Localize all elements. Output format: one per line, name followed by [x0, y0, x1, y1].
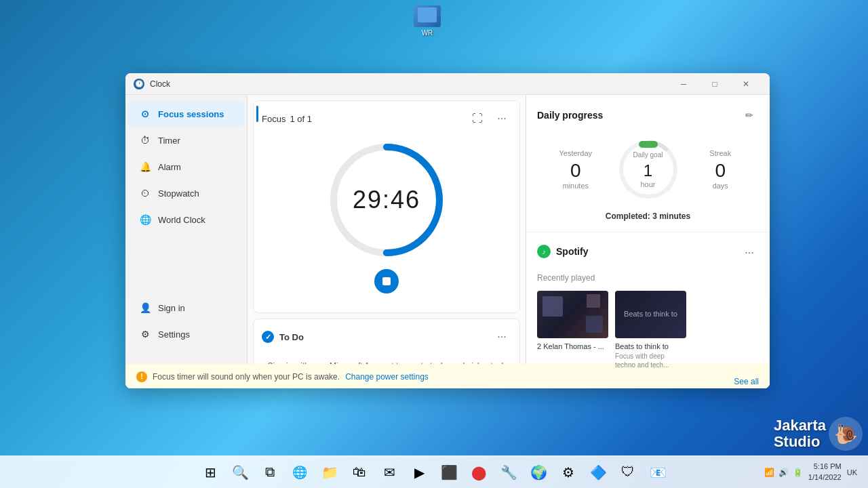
yesterday-unit: minutes: [537, 182, 614, 190]
taskbar-mail[interactable]: ✉: [376, 459, 403, 486]
taskbar-time[interactable]: 5:16 PM 1/14/2022: [808, 462, 842, 483]
spotify-card-1-title: 2 Kelan Thomas - ...: [537, 342, 608, 350]
spotify-cards: 2 Kelan Thomas - ... Beats to think to B…: [537, 291, 759, 369]
window-title: Clock: [150, 79, 668, 89]
sidebar: ⊙ Focus sessions ⏱ Timer 🔔 Alarm ⏲ Stopw…: [125, 95, 248, 388]
spotify-section: ♪ Spotify ··· Recently played: [526, 232, 770, 388]
spotify-title-area: ♪ Spotify: [537, 245, 588, 258]
timer-display: 29:46: [353, 186, 420, 214]
streak-value: 0: [682, 160, 760, 182]
spotify-card-2-title: Beats to think to: [615, 342, 686, 350]
change-power-settings-link[interactable]: Change power settings: [345, 372, 429, 382]
daily-goal-center: Daily goal 1 hour: [633, 151, 663, 188]
taskbar-app5[interactable]: ⚙: [555, 459, 582, 486]
sidebar-item-focus-sessions[interactable]: ⊙ Focus sessions: [128, 101, 244, 127]
taskbar-app1[interactable]: ⬛: [435, 459, 462, 486]
maximize-button[interactable]: □: [699, 73, 730, 95]
taskbar-app7[interactable]: 🛡: [614, 459, 642, 486]
sidebar-label-world-clock: World Clock: [158, 215, 205, 225]
sidebar-label-stopwatch: Stopwatch: [158, 188, 199, 199]
focus-sessions-icon: ⊙: [139, 108, 151, 120]
streak-stat: Streak 0 days: [682, 149, 760, 190]
see-all-link[interactable]: See all: [734, 377, 759, 386]
todo-check-icon: ✓: [262, 331, 274, 343]
taskbar-locale: UK: [847, 468, 857, 476]
more-options-button[interactable]: ···: [492, 109, 511, 128]
desktop-icon[interactable]: WR: [414, 5, 441, 37]
todo-header: ✓ To Do ···: [262, 327, 511, 346]
taskbar-app2[interactable]: ⬤: [465, 459, 492, 486]
focus-label: Focus: [262, 114, 285, 124]
sidebar-label-timer: Timer: [158, 136, 180, 146]
taskbar-app8[interactable]: 📧: [644, 459, 671, 486]
sidebar-item-timer[interactable]: ⏱ Timer: [128, 127, 244, 153]
taskbar: ⊞ 🔍 ⧉ 🌐 📁 🛍 ✉ ▶ ⬛ ⬤ 🔧 🌍 ⚙ 🔷 🛡 📧 📶 🔊 🔋 5:…: [0, 455, 868, 488]
fullscreen-button[interactable]: ⛶: [468, 109, 487, 128]
taskbar-start-button[interactable]: ⊞: [197, 459, 224, 486]
focus-counter: 1 of 1: [290, 114, 312, 124]
streak-label: Streak: [682, 149, 760, 157]
spotify-more-button[interactable]: ···: [740, 243, 759, 262]
taskbar-system-tray: 📶 🔊 🔋: [764, 468, 803, 477]
taskbar-app4[interactable]: 🌍: [525, 459, 552, 486]
sidebar-item-settings[interactable]: ⚙ Settings: [128, 321, 245, 347]
spotify-thumb-1: [537, 291, 608, 338]
sidebar-label-settings: Settings: [158, 329, 190, 340]
spotify-title: Spotify: [556, 246, 588, 257]
volume-icon: 🔊: [778, 468, 789, 477]
taskbar-edge[interactable]: 🌐: [286, 459, 313, 486]
sidebar-item-world-clock[interactable]: 🌐 World Clock: [128, 207, 244, 232]
completed-text: Completed: 3 minutes: [537, 211, 759, 221]
beats-thumb-text: Beats to think to: [624, 310, 677, 319]
focus-panel: Focus 1 of 1 ⛶ ···: [248, 95, 526, 388]
taskbar-search[interactable]: 🔍: [226, 459, 254, 486]
timer-header: Focus 1 of 1 ⛶ ···: [262, 109, 511, 128]
edit-goal-button[interactable]: ✏: [740, 106, 759, 125]
sidebar-item-alarm[interactable]: 🔔 Alarm: [128, 154, 244, 180]
clock-window: 🕐 Clock ─ □ ✕ ⊙ Focus sessions ⏱ Timer: [125, 73, 770, 388]
settings-icon: ⚙: [139, 328, 151, 340]
app-icon: 🕐: [134, 79, 144, 89]
taskbar-explorer[interactable]: 📁: [316, 459, 343, 486]
sidebar-item-stopwatch[interactable]: ⏲ Stopwatch: [128, 180, 244, 206]
clock-circle: 29:46: [326, 139, 448, 261]
timer-icon: ⏱: [139, 134, 151, 146]
taskbar-store[interactable]: 🛍: [346, 459, 373, 486]
taskbar-app3[interactable]: 🔧: [495, 459, 522, 486]
recently-played-label: Recently played: [537, 273, 759, 283]
sidebar-label-alarm: Alarm: [158, 162, 181, 172]
spotify-card-2[interactable]: Beats to think to Beats to think to Focu…: [615, 291, 686, 369]
spotify-thumb-2: Beats to think to: [615, 291, 686, 338]
daily-goal-label: Daily goal: [633, 151, 663, 159]
desktop-icon-image: [414, 5, 441, 27]
todo-more-button[interactable]: ···: [492, 327, 511, 346]
daily-goal-unit: hour: [633, 180, 663, 188]
close-button[interactable]: ✕: [730, 73, 762, 95]
stop-icon: [382, 277, 391, 285]
yesterday-label: Yesterday: [537, 149, 614, 157]
daily-progress-section: Daily progress ✏ Yesterday 0 minutes: [526, 95, 770, 232]
completed-label: Completed:: [606, 211, 650, 221]
jakarta-studio-text: Jakarta Studio: [774, 418, 826, 450]
yesterday-value: 0: [537, 160, 614, 182]
spotify-card-1[interactable]: 2 Kelan Thomas - ...: [537, 291, 608, 369]
goal-indicator: [639, 141, 658, 148]
minimize-button[interactable]: ─: [668, 73, 699, 95]
completed-value: 3 minutes: [652, 211, 690, 221]
alarm-icon: 🔔: [139, 161, 151, 173]
desktop: WR 🕐 Clock ─ □ ✕ ⊙ Focus sessions ⏱: [0, 0, 868, 488]
daily-progress-header: Daily progress ✏: [537, 106, 759, 125]
taskbar-media[interactable]: ▶: [406, 459, 433, 486]
clock-container: 29:46: [262, 134, 511, 304]
taskbar-app6[interactable]: 🔷: [585, 459, 612, 486]
taskbar-right-area: 📶 🔊 🔋 5:16 PM 1/14/2022 UK: [764, 462, 857, 483]
spotify-logo: ♪: [537, 245, 551, 258]
world-clock-icon: 🌐: [139, 214, 151, 226]
taskbar-task-view[interactable]: ⧉: [256, 459, 283, 486]
sidebar-label-sign-in: Sign in: [158, 303, 185, 313]
sidebar-item-sign-in[interactable]: 👤 Sign in: [128, 295, 245, 321]
daily-goal-value: 1: [633, 161, 663, 180]
stop-button[interactable]: [374, 269, 399, 293]
daily-goal-circle: Daily goal 1 hour: [614, 136, 682, 203]
todo-title: To Do: [279, 332, 304, 342]
